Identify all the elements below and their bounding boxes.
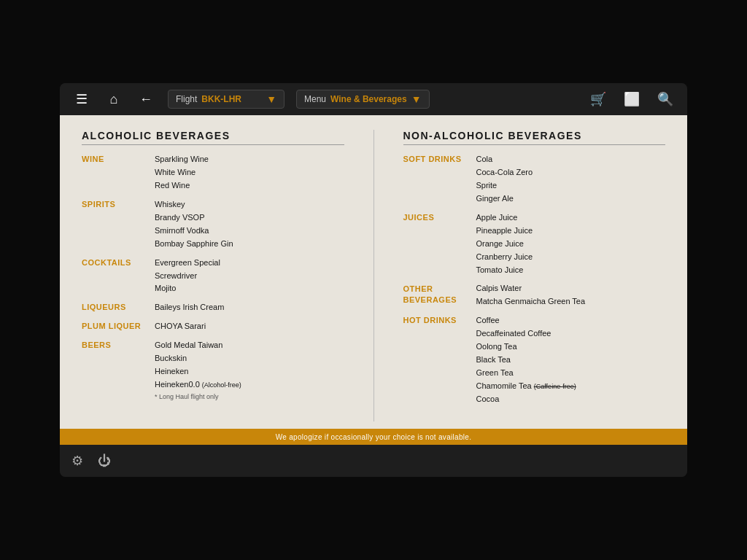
back-icon[interactable]: ← <box>136 92 156 107</box>
menu-area: ALCOHOLIC BEVERAGES WINE Sparkling Wine … <box>60 115 687 429</box>
list-item: Black Tea <box>476 354 576 366</box>
list-item: Brandy VSOP <box>155 212 233 224</box>
screen-icon[interactable]: ⬜ <box>622 91 642 107</box>
wine-items: Sparkling Wine White Wine Red Wine <box>155 154 209 192</box>
nav-bar: ☰ ⌂ ← Flight BKK-LHR ▼ Menu Wine & Bever… <box>60 83 687 115</box>
plum-items: CHOYA Sarari <box>155 321 206 332</box>
list-item: Gold Medal Taiwan <box>155 340 241 351</box>
hot-drinks-label: HOT DRINKS <box>403 315 476 405</box>
list-item: Sparkling Wine <box>155 154 209 166</box>
list-item: Evergreen Special <box>155 257 220 269</box>
list-item: Decaffeinated Coffee <box>476 328 576 340</box>
column-divider <box>374 130 374 421</box>
list-item: Cola <box>476 154 533 166</box>
nav-right-icons: 🛒 ⬜ 🔍 <box>588 91 676 107</box>
list-item: White Wine <box>155 167 209 179</box>
cart-icon[interactable]: 🛒 <box>588 91 608 107</box>
list-item: Heineken <box>155 366 241 378</box>
juices-items: Apple Juice Pineapple Juice Orange Juice… <box>476 212 533 276</box>
list-item: Buckskin <box>155 353 241 365</box>
flight-dropdown[interactable]: Flight BKK-LHR ▼ <box>168 90 285 109</box>
list-item: Mojito <box>155 283 220 295</box>
footer-text: We apologize if occasionally your choice… <box>276 433 471 441</box>
list-item: Chamomile Tea (Caffeine-free) <box>476 381 576 392</box>
list-item: Screwdriver <box>155 271 220 282</box>
wine-label: WINE <box>82 154 155 192</box>
wine-section: WINE Sparkling Wine White Wine Red Wine <box>82 154 344 192</box>
juices-section: JUICES Apple Juice Pineapple Juice Orang… <box>403 212 666 276</box>
plum-section: PLUM LIQUER CHOYA Sarari <box>82 321 344 332</box>
spirits-label: SPIRITS <box>82 199 155 250</box>
settings-icon[interactable]: ⚙ <box>71 453 83 469</box>
hot-drinks-items: Coffee Decaffeinated Coffee Oolong Tea B… <box>476 315 576 405</box>
list-item: Cocoa <box>476 394 576 405</box>
spirits-section: SPIRITS Whiskey Brandy VSOP Smirnoff Vod… <box>82 199 344 250</box>
other-beverages-label: OTHERBEVERAGES <box>403 283 476 308</box>
non-alcoholic-column: NON-ALCOHOLIC BEVERAGES SOFT DRINKS Cola… <box>403 130 666 421</box>
beers-section: BEERS Gold Medal Taiwan Buckskin Heineke… <box>82 340 344 402</box>
power-icon[interactable]: ⏻ <box>98 454 111 469</box>
soft-drinks-section: SOFT DRINKS Cola Coca-Cola Zero Sprite G… <box>403 154 666 205</box>
list-item: Bombay Sapphire Gin <box>155 238 233 250</box>
list-item: Coca-Cola Zero <box>476 167 533 179</box>
footer-bar: We apologize if occasionally your choice… <box>60 429 687 445</box>
hot-drinks-section: HOT DRINKS Coffee Decaffeinated Coffee O… <box>403 315 666 405</box>
list-item: Tomato Juice <box>476 265 533 276</box>
list-item: Matcha Genmaicha Green Tea <box>476 296 586 308</box>
list-item: CHOYA Sarari <box>155 321 206 332</box>
menu-icon[interactable]: ☰ <box>71 91 92 107</box>
soft-drinks-items: Cola Coca-Cola Zero Sprite Ginger Ale <box>476 154 533 205</box>
list-item: Calpis Water <box>476 283 586 295</box>
juices-label: JUICES <box>403 212 476 276</box>
list-item: Whiskey <box>155 199 233 211</box>
list-item: Smirnoff Vodka <box>155 225 233 237</box>
list-item: Ginger Ale <box>476 193 533 205</box>
list-item: Heineken0.0 (Alcohol-free) <box>155 379 241 391</box>
list-item: Cranberry Juice <box>476 252 533 263</box>
liqueurs-label: LIQUEURS <box>82 302 155 314</box>
other-beverages-section: OTHERBEVERAGES Calpis Water Matcha Genma… <box>403 283 666 308</box>
alcoholic-title: ALCOHOLIC BEVERAGES <box>82 130 344 145</box>
alcoholic-column: ALCOHOLIC BEVERAGES WINE Sparkling Wine … <box>82 130 344 421</box>
spirits-items: Whiskey Brandy VSOP Smirnoff Vodka Bomba… <box>155 199 233 250</box>
search-icon[interactable]: 🔍 <box>655 91 676 107</box>
main-content: ALCOHOLIC BEVERAGES WINE Sparkling Wine … <box>60 115 687 445</box>
list-item: Green Tea <box>476 368 576 379</box>
menu-value: Wine & Beverages <box>330 94 407 104</box>
flight-dropdown-arrow: ▼ <box>266 93 276 105</box>
beers-note: * Long Haul flight only <box>155 392 241 402</box>
list-item: Oolong Tea <box>476 341 576 353</box>
menu-dropdown[interactable]: Menu Wine & Beverages ▼ <box>296 90 430 109</box>
other-beverages-items: Calpis Water Matcha Genmaicha Green Tea <box>476 283 586 308</box>
liqueurs-items: Baileys Irish Cream <box>155 302 224 314</box>
list-item: Baileys Irish Cream <box>155 302 224 314</box>
list-item: Sprite <box>476 180 533 192</box>
cocktails-label: COCKTAILS <box>82 257 155 295</box>
menu-label: Menu <box>304 94 326 104</box>
list-item: Coffee <box>476 315 576 327</box>
liqueurs-section: LIQUEURS Baileys Irish Cream <box>82 302 344 314</box>
non-alcoholic-title: NON-ALCOHOLIC BEVERAGES <box>403 130 666 145</box>
list-item: Apple Juice <box>476 212 533 224</box>
bottom-bar: ⚙ ⏻ <box>60 445 687 477</box>
cocktails-section: COCKTAILS Evergreen Special Screwdriver … <box>82 257 344 295</box>
menu-dropdown-arrow: ▼ <box>411 93 422 105</box>
screen: ☰ ⌂ ← Flight BKK-LHR ▼ Menu Wine & Bever… <box>60 83 687 477</box>
beers-items: Gold Medal Taiwan Buckskin Heineken Hein… <box>155 340 241 402</box>
list-item: Red Wine <box>155 180 209 192</box>
cocktails-items: Evergreen Special Screwdriver Mojito <box>155 257 220 295</box>
beers-label: BEERS <box>82 340 155 402</box>
flight-label: Flight <box>176 94 197 104</box>
flight-value: BKK-LHR <box>201 94 241 104</box>
home-icon[interactable]: ⌂ <box>104 92 124 107</box>
list-item: Orange Juice <box>476 238 533 250</box>
list-item: Pineapple Juice <box>476 225 533 237</box>
soft-drinks-label: SOFT DRINKS <box>403 154 476 205</box>
plum-label: PLUM LIQUER <box>82 321 155 332</box>
